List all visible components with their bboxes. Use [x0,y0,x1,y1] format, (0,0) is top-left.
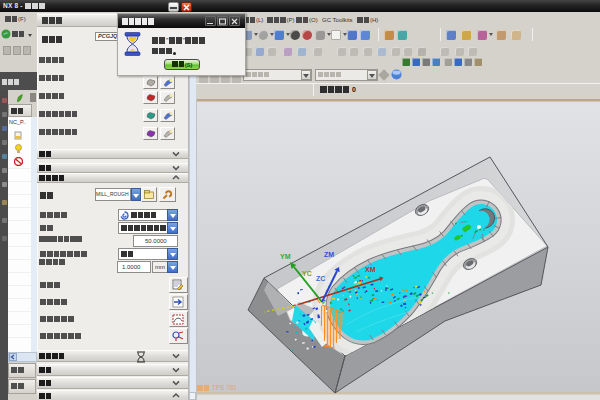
svg-text:YC: YC [302,270,312,277]
svg-text:ZC: ZC [316,275,325,282]
svg-text:XM: XM [365,266,376,273]
svg-text:ZM: ZM [324,251,334,258]
svg-text:YM: YM [280,253,291,260]
